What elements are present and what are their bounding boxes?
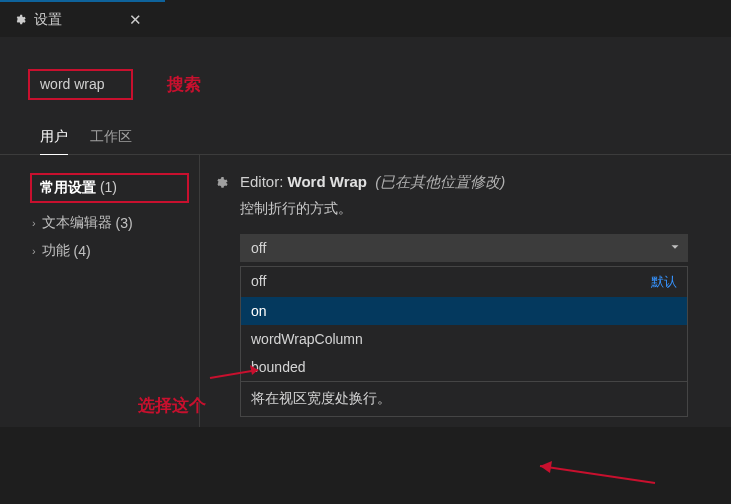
titlebar: 设置 ✕ <box>0 2 731 37</box>
toc-common-settings[interactable]: 常用设置 (1) <box>32 175 125 201</box>
svg-marker-3 <box>540 461 552 473</box>
chevron-right-icon: › <box>32 245 36 257</box>
search-input[interactable]: word wrap <box>28 69 133 100</box>
setting-title: Editor: Word Wrap (已在其他位置修改) <box>240 173 688 192</box>
arrow-icon <box>530 458 660 488</box>
word-wrap-select[interactable]: off <box>240 234 688 262</box>
setting-description: 控制折行的方式。 <box>240 200 688 218</box>
option-off[interactable]: off 默认 <box>241 267 687 297</box>
annotation-search: 搜索 <box>167 73 201 96</box>
tab-title: 设置 <box>34 11 62 29</box>
tab-workspace[interactable]: 工作区 <box>90 128 132 154</box>
chevron-right-icon: › <box>32 217 36 229</box>
settings-editor: Editor: Word Wrap (已在其他位置修改) 控制折行的方式。 of… <box>200 155 731 427</box>
option-on[interactable]: on <box>241 297 687 325</box>
gear-icon[interactable] <box>212 175 228 417</box>
settings-icon <box>12 13 26 27</box>
svg-line-2 <box>540 466 655 483</box>
scope-tabs: 用户 工作区 <box>0 110 731 155</box>
close-icon[interactable]: ✕ <box>120 11 150 29</box>
annotation-select: 选择这个 <box>138 394 206 417</box>
option-wordwrapcolumn[interactable]: wordWrapColumn <box>241 325 687 353</box>
toc-features[interactable]: › 功能 (4) <box>30 237 189 265</box>
option-hint: 将在视区宽度处换行。 <box>241 381 687 416</box>
tab-user[interactable]: 用户 <box>40 128 68 155</box>
toc-text-editor[interactable]: › 文本编辑器 (3) <box>30 209 189 237</box>
word-wrap-dropdown: off 默认 on wordWrapColumn bounded <box>240 266 688 417</box>
toc-sidebar: 常用设置 (1) › 文本编辑器 (3) › 功能 (4) <box>0 155 200 427</box>
option-bounded[interactable]: bounded <box>241 353 687 381</box>
chevron-down-icon <box>668 240 682 257</box>
